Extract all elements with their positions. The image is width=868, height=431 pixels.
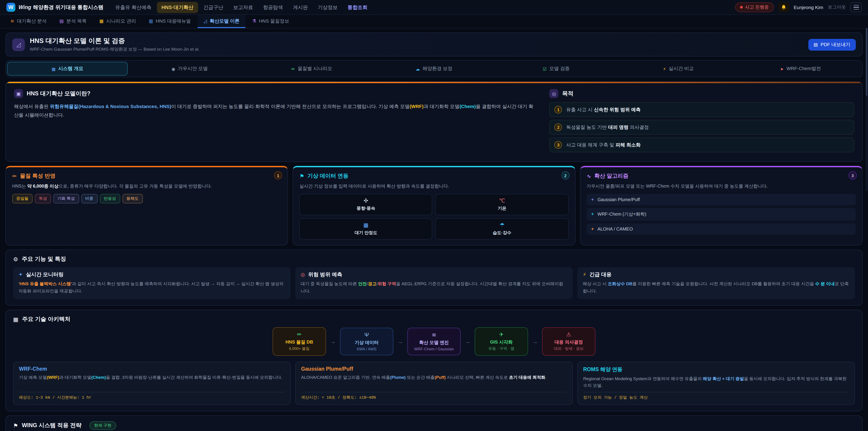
flow-node-sub: 대피 · 방제 · 경보 xyxy=(548,346,590,351)
tab-substance-scenarios[interactable]: ✏ 물질별 시나리오 xyxy=(252,62,372,75)
target-icon: ◉ xyxy=(172,66,176,71)
target-icon: ◎ xyxy=(301,271,305,277)
fan-icon: ✣ xyxy=(364,197,368,204)
tab-marine-correction[interactable]: ☁ 해양환경 보정 xyxy=(374,62,494,75)
model-basis-cards: 1 ✏ 물질 특성 반영 HNS는 약 6,000종 이상으로, 종류가 매우 … xyxy=(5,166,863,245)
scrollbar-thumb[interactable] xyxy=(866,28,868,96)
subnav-model-theory[interactable]: ◿ 확산모델 이론 xyxy=(197,15,245,28)
purpose-item: 1 유출 사고 시 신속한 위험 범위 예측 xyxy=(550,102,854,117)
tile-humidity-precipitation[interactable]: ☂ 습도·강수 xyxy=(436,218,568,239)
nav-item-oil-spill[interactable]: 유출유 확산예측 xyxy=(111,2,156,13)
features-grid: ✦ 실시간 모니터링 'HNS 유출 블랙박스 시스템'과 같이 사고 즉시 확… xyxy=(13,267,855,299)
architecture-section: ▦ 주요 기술 아키텍처 ✏ HNS 물질 DB 6,000+ 물질 → Ψ 기… xyxy=(5,309,863,411)
tile-temperature[interactable]: ℃ 기온 xyxy=(436,194,568,215)
feature-emergency-response: ⚡ 긴급 대응 해상 사고 시 조화상수 DB를 이용한 빠른 예측 기술을 포… xyxy=(577,267,855,299)
algo-item-aloha-cameo[interactable]: + ALOHA / CAMEO xyxy=(587,223,856,235)
card-title: 물질 특성 반영 xyxy=(20,172,55,180)
intro-text: 해상에서 유출된 xyxy=(14,103,50,109)
scrollbar[interactable] xyxy=(866,28,868,191)
nav-item-rescue[interactable]: 긴급구난 xyxy=(199,2,228,13)
flow-node-sub: 유동 · 구역 · 맵 xyxy=(480,346,522,351)
flow-node-weather-data[interactable]: Ψ 기상 데이터 KMA / AWS xyxy=(340,328,393,355)
tile-label: 기온 xyxy=(498,206,506,211)
app-root: W Wing해양환경 위기대응 통합시스템 유출유 확산예측 HNS·대기확산 … xyxy=(0,0,868,431)
tag-vaporization[interactable]: 기화 특성 xyxy=(53,194,79,203)
thermometer-icon: ℃ xyxy=(499,197,505,204)
tag-toxicity[interactable]: 독성 xyxy=(35,194,51,203)
model-specs: 계산시간: < 10초 / 정확도: ±10~40% xyxy=(301,392,567,400)
tab-wrf-chem-evolution[interactable]: ➤ WRF-Chem발전 xyxy=(740,62,861,75)
subnav-scenario-management[interactable]: ▦ 시나리오 관리 xyxy=(93,15,142,28)
flow-node-decision-response[interactable]: ⚠ 대응 의사결정 대피 · 방제 · 경보 xyxy=(542,327,595,356)
subnav-dispersion-analysis[interactable]: ≋ 대기확산 분석 xyxy=(4,15,53,28)
flow-node-dispersion-engine[interactable]: ≋ 확산 모델 엔진 WRF-Chem / Gaussian xyxy=(407,328,461,355)
incident-status-badge[interactable]: 사고 진행중 xyxy=(735,2,774,12)
feature-title: 실시간 모니터링 xyxy=(26,271,64,278)
purpose-text: 독성물질 농도 기반 대피 명령 의사결정 xyxy=(566,124,649,130)
incident-badge-label: 사고 진행중 xyxy=(745,4,769,10)
pdf-export-button[interactable]: ▤ PDF 내보내기 xyxy=(808,39,856,51)
tile-atmospheric-stability[interactable]: ▦ 대기 안정도 xyxy=(300,218,432,239)
nav-item-board[interactable]: 게시판 xyxy=(288,2,312,13)
tab-model-validation[interactable]: ☑ 모델 검증 xyxy=(496,62,616,75)
brand[interactable]: W Wing해양환경 위기대응 통합시스템 xyxy=(6,3,103,12)
navbar-right: 사고 진행중 Eunjeong Kim 로그아웃 xyxy=(735,2,862,12)
subnav-substance-info[interactable]: ⚗ HNS 물질정보 xyxy=(246,15,295,28)
intro-left: ▣ HNS 대기확산 모델이란? 해상에서 유출된 위험유해물질(Hazardo… xyxy=(14,89,538,155)
protractor-icon: ◿ xyxy=(12,38,25,51)
document-icon: ▤ xyxy=(813,42,818,47)
page-title: HNS 대기확산 모델 이론 및 검증 xyxy=(30,37,199,45)
notification-bell-button[interactable] xyxy=(778,2,789,12)
flow-node-hns-db[interactable]: ✏ HNS 물질 DB 6,000+ 물질 xyxy=(273,327,326,356)
algo-item-gaussian[interactable]: + Gaussian Plume/Puff xyxy=(587,194,856,205)
algo-item-wrf-chem[interactable]: + WRF-Chem (기상+화학) xyxy=(587,208,856,220)
logout-button[interactable]: 로그아웃 xyxy=(828,4,846,10)
checkbox-icon: ☑ xyxy=(543,66,547,71)
subnav-response-manual[interactable]: ▥ HNS 대응매뉴얼 xyxy=(143,15,197,28)
tag-specific-gravity[interactable]: 비중 xyxy=(81,194,97,203)
purpose-text: 유출 사고 시 신속한 위험 범위 예측 xyxy=(566,106,641,113)
pencil-icon: ✏ xyxy=(12,173,17,179)
model-description: 기상 예측 모델(WRF)과 대기화학 모델(Chem)을 결합. 3차원 바람… xyxy=(19,374,285,389)
tag-reactivity[interactable]: 반응성 xyxy=(100,194,120,203)
feature-title-row: ⚡ 긴급 대응 xyxy=(583,271,849,278)
intro-body: ▣ HNS 대기확산 모델이란? 해상에서 유출된 위험유해물질(Hazardo… xyxy=(6,83,862,161)
feature-description: 대기 중 독성물질 농도에 따른 안전/경고/위험 구역을 AEGL·ERPG … xyxy=(301,280,567,295)
card-weather-integration: 2 ⚑ 기상 데이터 연동 실시간 기상 정보를 입력 데이터로 사용하여 확산… xyxy=(293,166,576,245)
bell-icon xyxy=(781,4,786,10)
tag-solubility[interactable]: 용해도 xyxy=(122,194,143,203)
card-title: 확산 알고리즘 xyxy=(594,172,628,180)
hamburger-menu-button[interactable] xyxy=(850,2,862,12)
subnav-analysis-list[interactable]: ▤ 분석 목록 xyxy=(54,15,93,28)
key-functions-section: ⚙ 주요 기능 및 특징 ✦ 실시간 모니터링 'HNS 유출 블랙박스 시스템… xyxy=(5,249,863,305)
nav-item-aerial-search[interactable]: 항공탐색 xyxy=(258,2,287,13)
arrow-right-icon: → xyxy=(330,338,336,345)
incident-dot-icon xyxy=(740,6,743,8)
top-navbar: W Wing해양환경 위기대응 통합시스템 유출유 확산예측 HNS·대기확산 … xyxy=(0,0,868,15)
tile-wind[interactable]: ✣ 풍향·풍속 xyxy=(300,194,432,215)
feature-title: 긴급 대응 xyxy=(589,271,612,278)
nav-item-integrated-search[interactable]: 통합조회 xyxy=(343,2,372,13)
purpose-number-badge: 1 xyxy=(555,106,562,114)
flow-node-gis-visualization[interactable]: ✈ GIS 시각화 유동 · 구역 · 맵 xyxy=(475,327,528,356)
intro-paragraph: 해상에서 유출된 위험유해물질(Hazardous & Noxious Subs… xyxy=(14,102,538,119)
tile-label: 풍향·풍속 xyxy=(357,206,375,211)
tab-label: 시스템 개요 xyxy=(58,65,84,72)
lightning-icon: ⚡ xyxy=(583,271,586,277)
nav-item-reports[interactable]: 보고자료 xyxy=(229,2,258,13)
tab-realtime-comparison[interactable]: ⚡ 실시간 비교 xyxy=(618,62,739,75)
model-title: Gaussian Plume/Puff xyxy=(301,366,567,371)
flag-icon: ⚑ xyxy=(300,173,305,179)
card-number-badge: 3 xyxy=(848,171,857,180)
wave-icon: ∿ xyxy=(587,173,591,179)
intro-hl-wrf: (WRF) xyxy=(410,103,424,109)
main-nav: 유출유 확산예측 HNS·대기확산 긴급구난 보고자료 항공탐색 게시판 기상정… xyxy=(111,2,728,13)
tab-gaussian-model[interactable]: ◉ 가우시안 모델 xyxy=(129,62,250,75)
card-title-row: ∿ 확산 알고리즘 xyxy=(587,172,856,180)
nav-item-weather-info[interactable]: 기상정보 xyxy=(313,2,342,13)
flow-node-sub: KMA / AWS xyxy=(346,346,388,351)
tag-evaporation[interactable]: 증발율 xyxy=(12,194,33,203)
wing-strategy-section: ⚑ WING 시스템 적용 전략 현재 구현 ✏ HNS DB 연동 CHRIS… xyxy=(5,415,863,431)
nav-item-hns-dispersion[interactable]: HNS·대기확산 xyxy=(157,2,198,13)
tab-system-overview[interactable]: ▦ 시스템 개요 xyxy=(7,62,128,75)
